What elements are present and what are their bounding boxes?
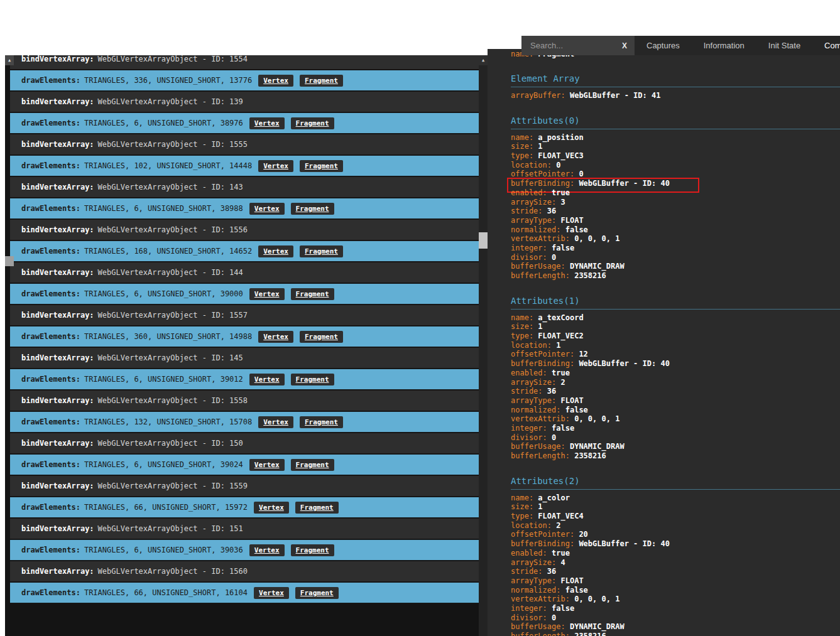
scrollbar-thumb[interactable] — [479, 232, 488, 249]
fragment-shader-button[interactable]: Fragment — [291, 288, 334, 300]
fragment-shader-button[interactable]: Fragment — [295, 502, 339, 514]
vertex-shader-button[interactable]: Vertex — [249, 544, 285, 556]
command-row[interactable]: bindVertexArray:WebGLVertexArrayObject -… — [10, 92, 479, 113]
command-row[interactable]: drawElements:TRIANGLES, 6, UNSIGNED_SHOR… — [10, 540, 479, 561]
command-row[interactable]: drawElements:TRIANGLES, 360, UNSIGNED_SH… — [10, 326, 479, 348]
command-row[interactable]: drawElements:TRIANGLES, 336, UNSIGNED_SH… — [10, 70, 479, 92]
scrollbar-track[interactable] — [5, 55, 10, 636]
vertex-shader-button[interactable]: Vertex — [254, 587, 289, 599]
fragment-shader-button[interactable]: Fragment — [295, 587, 339, 599]
vertex-shader-button[interactable]: Vertex — [249, 288, 285, 300]
command-row[interactable]: bindVertexArray:WebGLVertexArrayObject -… — [10, 433, 479, 455]
search-clear-icon[interactable]: X — [622, 41, 627, 50]
property-value: FLOAT — [560, 576, 583, 585]
property-line: offsetPointer: 0 — [511, 170, 840, 179]
property-line: bufferBinding: WebGLBuffer - ID: 40 — [511, 539, 840, 549]
fragment-shader-button[interactable]: Fragment — [300, 245, 343, 257]
property-key: bufferUsage: — [511, 622, 565, 631]
command-row[interactable]: drawElements:TRIANGLES, 6, UNSIGNED_SHOR… — [10, 284, 479, 305]
scrollbar-thumb[interactable] — [5, 256, 14, 266]
tab-init-state[interactable]: Init State — [756, 36, 812, 55]
fragment-shader-button[interactable]: Fragment — [291, 544, 334, 556]
vertex-shader-button[interactable]: Vertex — [249, 117, 285, 129]
property-key: name: — [511, 133, 533, 142]
property-key: stride: — [511, 207, 543, 215]
command-name: drawElements: — [21, 503, 80, 512]
command-row[interactable]: drawElements:TRIANGLES, 6, UNSIGNED_SHOR… — [10, 369, 479, 391]
command-row[interactable]: bindVertexArray:WebGLVertexArrayObject -… — [10, 476, 479, 497]
vertex-shader-button[interactable]: Vertex — [258, 75, 293, 87]
fragment-shader-button[interactable]: Fragment — [300, 331, 343, 343]
vertex-shader-button[interactable]: Vertex — [254, 502, 289, 514]
command-row[interactable]: drawElements:TRIANGLES, 66, UNSIGNED_SHO… — [10, 497, 479, 519]
command-name: drawElements: — [21, 204, 80, 213]
property-key: name: — [511, 493, 533, 502]
command-row[interactable]: bindVertexArray:WebGLVertexArrayObject -… — [10, 220, 479, 241]
fragment-shader-button[interactable]: Fragment — [300, 160, 343, 172]
fragment-shader-button[interactable]: Fragment — [291, 117, 334, 129]
command-row[interactable]: bindVertexArray:WebGLVertexArrayObject -… — [10, 262, 479, 284]
command-row[interactable]: drawElements:TRIANGLES, 132, UNSIGNED_SH… — [10, 412, 479, 433]
command-row[interactable]: bindVertexArray:WebGLVertexArrayObject -… — [10, 134, 479, 156]
command-args: TRIANGLES, 132, UNSIGNED_SHORT, 15708 — [84, 418, 252, 426]
window-scrollbar[interactable]: ▲ — [5, 55, 14, 636]
property-value: WebGLBuffer - ID: 40 — [579, 179, 670, 188]
command-args: WebGLVertexArrayObject - ID: 1554 — [98, 55, 248, 63]
command-row[interactable]: bindVertexArray:WebGLVertexArrayObject -… — [10, 177, 479, 198]
property-key: type: — [511, 331, 533, 340]
property-line: arrayBuffer: WebGLBuffer - ID: 41 — [511, 91, 840, 100]
property-key: arraySize: — [511, 198, 556, 207]
property-line: normalized: false — [511, 406, 840, 415]
property-value: true — [552, 549, 570, 558]
vertex-shader-button[interactable]: Vertex — [258, 160, 293, 172]
command-row[interactable]: bindVertexArray:WebGLVertexArrayObject -… — [10, 561, 479, 583]
detail-section: Element ArrayarrayBuffer: WebGLBuffer - … — [511, 73, 840, 100]
scrollbar-up-arrow-icon[interactable]: ▲ — [479, 55, 488, 65]
tab-captures[interactable]: Captures — [635, 36, 692, 55]
command-row[interactable]: bindVertexArray:WebGLVertexArrayObject -… — [10, 55, 479, 70]
vertex-shader-button[interactable]: Vertex — [249, 459, 285, 471]
vertex-shader-button[interactable]: Vertex — [258, 245, 293, 257]
property-value: a_color — [538, 493, 570, 502]
vertex-shader-button[interactable]: Vertex — [249, 203, 285, 215]
command-row[interactable]: drawElements:TRIANGLES, 66, UNSIGNED_SHO… — [10, 583, 479, 604]
vertex-shader-button[interactable]: Vertex — [258, 416, 293, 428]
fragment-shader-button[interactable]: Fragment — [291, 374, 334, 385]
vertex-shader-button[interactable]: Vertex — [258, 331, 293, 343]
property-line: enabled: true — [511, 549, 840, 558]
tab-information[interactable]: Information — [692, 36, 756, 55]
fragment-shader-button[interactable]: Fragment — [291, 203, 334, 215]
property-value: 2358216 — [574, 271, 606, 280]
property-key: stride: — [511, 567, 543, 576]
command-row[interactable]: drawElements:TRIANGLES, 6, UNSIGNED_SHOR… — [10, 113, 479, 134]
command-name: drawElements: — [21, 460, 80, 469]
command-row[interactable]: bindVertexArray:WebGLVertexArrayObject -… — [10, 348, 479, 369]
search-box[interactable]: X — [521, 36, 635, 55]
scrollbar-up-arrow-icon[interactable]: ▲ — [5, 55, 14, 65]
property-key: arrayType: — [511, 396, 556, 405]
command-list-scrollbar[interactable]: ▲ — [479, 55, 488, 636]
fragment-shader-button[interactable]: Fragment — [291, 459, 334, 471]
detail-section: Attributes(1)name: a_texCoordsize: 1type… — [511, 296, 840, 461]
fragment-shader-button[interactable]: Fragment — [300, 416, 343, 428]
command-row[interactable]: drawElements:TRIANGLES, 102, UNSIGNED_SH… — [10, 156, 479, 177]
property-value: false — [552, 244, 574, 252]
property-value: FLOAT_VEC2 — [538, 331, 583, 340]
command-row[interactable]: bindVertexArray:WebGLVertexArrayObject -… — [10, 305, 479, 326]
property-line: divisor: 0 — [511, 613, 840, 623]
tab-commands[interactable]: Commands — [812, 36, 840, 55]
property-value: 0 — [556, 161, 560, 170]
command-row[interactable]: bindVertexArray:WebGLVertexArrayObject -… — [10, 391, 479, 412]
command-row[interactable]: drawElements:TRIANGLES, 168, UNSIGNED_SH… — [10, 241, 479, 262]
property-line: name: a_texCoord — [511, 313, 840, 323]
property-line: bufferLength: 2358216 — [511, 271, 840, 281]
property-key: location: — [511, 161, 552, 170]
command-row[interactable]: bindVertexArray:WebGLVertexArrayObject -… — [10, 519, 479, 540]
command-row[interactable]: drawElements:TRIANGLES, 6, UNSIGNED_SHOR… — [10, 198, 479, 220]
fragment-shader-button[interactable]: Fragment — [300, 75, 343, 87]
command-row[interactable]: drawElements:TRIANGLES, 6, UNSIGNED_SHOR… — [10, 455, 479, 476]
search-input[interactable] — [529, 40, 611, 51]
property-line: arraySize: 4 — [511, 558, 840, 568]
vertex-shader-button[interactable]: Vertex — [249, 374, 285, 385]
property-key: bufferLength: — [511, 451, 570, 460]
